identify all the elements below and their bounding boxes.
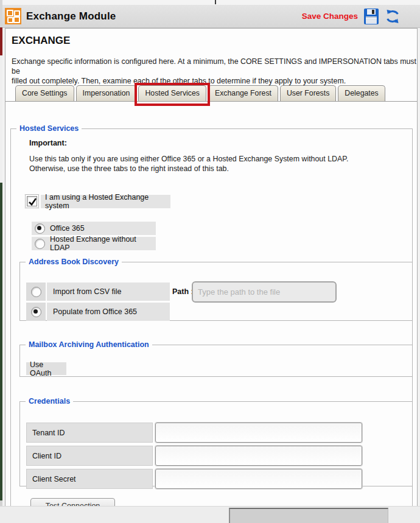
- use-oauth-label: Use OAuth: [26, 362, 66, 375]
- radio-button-icon[interactable]: [31, 307, 41, 317]
- edge-segment: [0, 183, 2, 500]
- radio-import-csv-label[interactable]: Import from CSV file: [47, 283, 170, 301]
- tab-exchange-forest[interactable]: Exchange Forest: [208, 85, 278, 101]
- address-book-discovery-section: Address Book Discovery Import from CSV f…: [19, 258, 413, 321]
- page-description: Exchange specific information is configu…: [12, 57, 417, 86]
- important-line-2: Otherwise, use the three tabs to the rig…: [29, 164, 229, 173]
- exchange-module-logo-icon: [5, 8, 21, 24]
- tab-bar: Core Settings Impersonation Hosted Servi…: [15, 85, 385, 101]
- path-input[interactable]: [192, 281, 337, 303]
- radio-import-csv[interactable]: [26, 283, 46, 301]
- horizontal-scrollbar-track[interactable]: [0, 506, 420, 523]
- radio-office-365-label: Office 365: [50, 224, 85, 233]
- horizontal-scrollbar-thumb[interactable]: [229, 508, 388, 523]
- client-secret-input[interactable]: [155, 469, 362, 489]
- mailbox-archiving-section: Mailbox Archiving Authentication Use OAu…: [19, 340, 413, 377]
- description-line-1: Exchange specific information is configu…: [12, 57, 417, 76]
- checkmark-icon: [27, 197, 38, 207]
- radio-button-icon[interactable]: [35, 239, 45, 249]
- tab-hosted-services[interactable]: Hosted Services: [138, 85, 206, 101]
- floppy-save-icon[interactable]: [363, 8, 379, 25]
- description-line-2: filled out completely. Then, examine eac…: [12, 76, 417, 86]
- hosted-services-section: Hosted Services Important: Use this tab …: [10, 124, 413, 507]
- radio-button-icon[interactable]: [31, 287, 41, 297]
- important-line-1: Use this tab only if you are using eithe…: [29, 155, 348, 163]
- tab-delegates[interactable]: Delegates: [338, 85, 385, 101]
- path-label: Path :: [172, 283, 194, 301]
- hosted-exchange-checkbox-label[interactable]: I am using a Hosted Exchange system: [41, 195, 170, 208]
- tab-user-forests[interactable]: User Forests: [280, 85, 336, 101]
- tab-impersonation[interactable]: Impersonation: [76, 85, 137, 101]
- important-heading: Important:: [29, 139, 67, 147]
- client-secret-label: Client Secret: [26, 469, 153, 489]
- content-panel: EXCHANGE Exchange specific information i…: [5, 28, 418, 507]
- refresh-icon[interactable]: [385, 9, 401, 24]
- client-id-label: Client ID: [26, 446, 153, 466]
- address-book-discovery-legend: Address Book Discovery: [26, 258, 122, 266]
- radio-office-365[interactable]: Office 365: [32, 222, 156, 235]
- radio-populate-office-365-label[interactable]: Populate from Office 365: [47, 303, 170, 321]
- save-changes-link[interactable]: Save Changes: [302, 12, 358, 21]
- radio-button-icon[interactable]: [35, 223, 45, 234]
- edge-segment: [0, 27, 2, 55]
- window-top-strip: [2, 0, 420, 5]
- radio-hosted-exchange-without-ldap[interactable]: Hosted Exchange without LDAP: [32, 237, 156, 250]
- credentials-legend: Credentials: [26, 397, 73, 405]
- client-id-input[interactable]: [155, 446, 362, 466]
- hosted-services-legend: Hosted Services: [16, 124, 82, 133]
- module-header: Exchange Module Save Changes: [2, 5, 420, 28]
- radio-hosted-ldap-label: Hosted Exchange without LDAP: [50, 235, 156, 252]
- tab-core-settings[interactable]: Core Settings: [15, 85, 74, 101]
- desktop-left-edge: [0, 0, 2, 523]
- radio-populate-office-365[interactable]: [26, 303, 46, 321]
- tenant-id-input[interactable]: [155, 423, 362, 443]
- edge-segment: [0, 55, 2, 183]
- module-title: Exchange Module: [26, 10, 116, 23]
- top-strip-tick: [215, 0, 216, 4]
- tab-bar-divider: [5, 101, 417, 102]
- hosted-exchange-checkbox[interactable]: [27, 196, 37, 206]
- credentials-section: Credentials Tenant ID Client ID Client S…: [19, 397, 413, 486]
- tenant-id-label: Tenant ID: [26, 423, 153, 443]
- mailbox-archiving-legend: Mailbox Archiving Authentication: [26, 340, 152, 349]
- page-title: EXCHANGE: [12, 35, 70, 47]
